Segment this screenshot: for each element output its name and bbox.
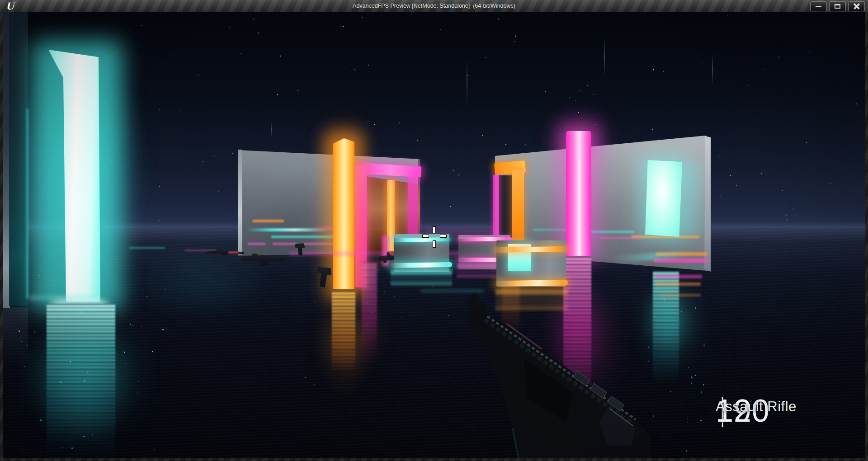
rain-streak	[271, 121, 272, 138]
window-frame-right	[865, 12, 868, 461]
wall-edge-face	[238, 150, 242, 254]
cyan-window	[645, 160, 682, 237]
minimize-icon	[816, 6, 821, 7]
floor-streak-pink	[289, 251, 411, 256]
pink-neon-pillar	[566, 131, 591, 256]
first-person-assault-rifle	[456, 290, 655, 458]
neon-streak-pink	[184, 249, 216, 251]
neon-streak-pink	[248, 243, 336, 245]
game-window: U AdvancedFPS Preview [NetMode: Standalo…	[0, 0, 868, 461]
window-controls	[810, 1, 865, 11]
close-icon	[854, 3, 860, 9]
orange-pillar-reflection	[332, 291, 355, 372]
crosshair-tick-left	[422, 235, 429, 238]
cyan-pillar-reflection	[47, 304, 115, 458]
crosshair-tick-bottom	[433, 240, 436, 248]
maximize-icon	[835, 4, 840, 9]
pink-accent-strip	[493, 175, 499, 236]
floor-streak-pink	[655, 275, 702, 278]
rain-streak	[604, 37, 605, 77]
crosshair-tick-right	[440, 235, 447, 238]
rain-streak	[712, 53, 713, 85]
pink-frame-reflection	[362, 262, 377, 366]
close-button[interactable]	[848, 1, 865, 11]
rain-streak	[467, 59, 467, 104]
crate-neon-strip-bottom	[495, 280, 568, 287]
title-bar[interactable]: U AdvancedFPS Preview [NetMode: Standalo…	[0, 0, 868, 12]
window-frame-bottom	[0, 458, 868, 461]
neon-streak-cyan	[129, 247, 165, 249]
crate-reflection	[391, 270, 452, 292]
floor-streak-orange	[660, 294, 701, 296]
window-title: AdvancedFPS Preview [NetMode: Standalone…	[0, 0, 868, 12]
neon-streak-orange	[252, 220, 284, 222]
crosshair-tick-top	[433, 226, 436, 233]
minimize-button[interactable]	[810, 1, 827, 11]
maximize-button[interactable]	[829, 1, 846, 11]
red-dot-accent	[228, 251, 238, 254]
cyan-window-reflection	[653, 271, 679, 384]
scene-world: 19|120 Assault Rifle	[3, 12, 865, 458]
window-frame-left	[0, 12, 3, 461]
right-wall-side-face	[704, 136, 711, 272]
weapon-name-label: Assault Rifle	[716, 399, 797, 415]
neon-streak-pink	[599, 237, 640, 239]
floor-streak-orange	[656, 282, 701, 286]
orange-neon-pillar	[333, 138, 354, 289]
game-viewport[interactable]: 19|120 Assault Rifle	[3, 12, 865, 458]
cyan-window-smudge	[682, 164, 703, 235]
